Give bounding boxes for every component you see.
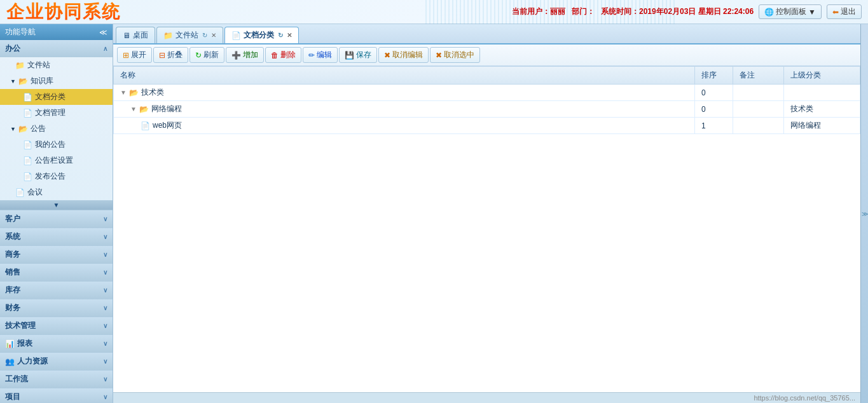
sidebar-item-doc-classify[interactable]: 📄 文档分类 [0,89,113,105]
time-label: 系统时间： [601,7,639,16]
workflow-label: 工作流 [5,374,28,385]
docclassify-tab-icon: 📄 [231,31,241,40]
refresh-label: 刷新 [203,50,219,60]
system-label: 系统 [5,231,20,242]
row2-expand-icon: ▼ [130,106,137,113]
expand-icon: ⊞ [123,51,129,60]
doc-icon3: 📄 [23,109,32,118]
sidebar-section-inventory: 库存 ∨ [0,282,113,299]
logout-button[interactable]: ⬅ 退出 [827,4,862,19]
doc-icon5: 📄 [23,156,32,165]
desktop-icon: 🖥 [123,31,130,40]
sidebar-section-header-workflow[interactable]: 工作流 ∨ [0,371,113,388]
sidebar-section-header-sales[interactable]: 销售 ∨ [0,264,113,281]
tab-docclassify[interactable]: 📄 文档分类 ↻ ✕ [224,27,299,43]
sidebar-section-header-finance[interactable]: 财务 ∨ [0,299,113,317]
sidebar: 功能导航 ≪ 办公 ∧ 📁 文件站 ▼ 📂 知识库 📄 文档分类 [0,24,113,403]
logout-icon: ⬅ [832,8,839,17]
delete-button[interactable]: 🗑 删除 [265,47,301,63]
system-chevron: ∨ [103,233,107,240]
sidebar-group-knowledge[interactable]: ▼ 📂 知识库 [0,73,113,89]
sidebar-section-report: 📊报表 ∨ [0,335,113,353]
edit-label: 编辑 [317,50,332,60]
project-chevron: ∨ [103,393,107,400]
chevron-down-icon: ▼ [808,8,816,17]
tech-label: 技术管理 [5,320,36,331]
sales-label: 销售 [5,267,20,278]
app-logo: 企业协同系统 [6,0,121,24]
doc-icon7: 📄 [15,188,25,197]
cell-parent2: 技术类 [784,101,860,118]
sidebar-section-header-system[interactable]: 系统 ∨ [0,228,113,245]
row2-name: 网络编程 [151,104,182,114]
chart-icon: 📊 [5,339,15,348]
right-collapse-button[interactable]: ≫ [860,24,868,403]
sidebar-section-header-customer[interactable]: 客户 ∨ [0,210,113,228]
sidebar-item-doc-manage[interactable]: 📄 文档管理 [0,105,113,121]
sidebar-section-header-office[interactable]: 办公 ∧ [0,40,113,57]
hr-label: 👥人力资源 [5,356,48,367]
expand-label: 展开 [131,50,146,60]
sidebar-section-system: 系统 ∨ [0,228,113,246]
toolbar: ⊞ 展开 ⊟ 折叠 ↻ 刷新 ➕ 增加 🗑 删除 ✏ 编辑 [113,44,860,66]
sidebar-section-header-inventory[interactable]: 库存 ∨ [0,282,113,299]
sidebar-header: 功能导航 ≪ [0,24,113,40]
cancel-select-icon: ✖ [436,51,442,60]
cell-parent1 [784,85,860,101]
refresh-button[interactable]: ↻ 刷新 [189,47,224,63]
sidebar-item-publish-notice[interactable]: 📄 发布公告 [0,168,113,184]
add-label: 增加 [243,50,258,60]
sidebar-section-project: 项目 ∨ [0,388,113,403]
sidebar-item-notice-settings[interactable]: 📄 公告栏设置 [0,153,113,168]
tab-filestation[interactable]: 📁 文件站 ↻ ✕ [156,27,223,43]
sidebar-item-my-notice[interactable]: 📄 我的公告 [0,137,113,153]
finance-chevron: ∨ [103,304,107,311]
status-bar: https://blog.csdn.net/qq_35765... [113,392,860,403]
table-row[interactable]: 📄 web网页 1 网络编程 [114,118,860,134]
sidebar-section-header-business[interactable]: 商务 ∨ [0,246,113,263]
tab-docclassify-refresh[interactable]: ↻ [278,32,283,39]
row1-folder-icon: 📂 [129,88,139,97]
sidebar-group-notice[interactable]: ▼ 📂 公告 [0,121,113,137]
cancel-edit-button[interactable]: ✖ 取消编辑 [378,47,429,63]
collapse-icon: ⊟ [159,51,165,60]
user-label: 当前用户： [512,7,550,16]
doc-icon2: 📄 [23,93,32,102]
add-button[interactable]: ➕ 增加 [226,47,264,63]
inventory-label: 库存 [5,285,20,296]
edit-button[interactable]: ✏ 编辑 [303,47,338,63]
tab-desktop[interactable]: 🖥 桌面 [116,27,155,43]
sidebar-section-sales: 销售 ∨ [0,264,113,282]
notice-settings-label: 公告栏设置 [35,155,73,166]
dept-label: 部门： [572,7,595,16]
report-chevron: ∨ [103,340,107,347]
tab-filestation-close[interactable]: ✕ [211,32,216,39]
scroll-down-arrow[interactable]: ▼ [0,200,113,210]
sidebar-section-header-report[interactable]: 📊报表 ∨ [0,335,113,352]
table-row[interactable]: ▼ 📂 技术类 0 [114,85,860,101]
folder-icon: 📂 [18,77,28,86]
tab-filestation-refresh[interactable]: ↻ [202,32,207,39]
business-label: 商务 [5,249,20,260]
save-button[interactable]: 💾 保存 [339,47,377,63]
tab-docclassify-close[interactable]: ✕ [287,32,292,39]
sidebar-item-filestation[interactable]: 📁 文件站 [0,57,113,73]
sidebar-section-header-tech[interactable]: 技术管理 ∨ [0,317,113,334]
cancel-select-button[interactable]: ✖ 取消选中 [430,47,480,63]
add-icon: ➕ [231,51,241,60]
table-row[interactable]: ▼ 📂 网络编程 0 技术类 [114,101,860,118]
control-panel-button[interactable]: 🌐 控制面板 ▼ [759,4,822,19]
sidebar-item-meeting[interactable]: 📄 会议 [0,184,113,200]
sidebar-section-customer: 客户 ∨ [0,210,113,228]
col-parent: 上级分类 [784,67,860,85]
sidebar-collapse-icon[interactable]: ≪ [99,28,107,37]
expand-button[interactable]: ⊞ 展开 [117,47,152,63]
sidebar-section-header-project[interactable]: 项目 ∨ [0,388,113,403]
doc-manage-label: 文档管理 [35,107,65,118]
sidebar-section-header-hr[interactable]: 👥人力资源 ∨ [0,353,113,370]
project-label: 项目 [5,392,20,402]
globe-icon: 🌐 [764,8,774,17]
datetime: 2019年02月03日 星期日 22:24:06 [639,7,754,16]
collapse-button[interactable]: ⊟ 折叠 [153,47,188,63]
refresh-icon: ↻ [195,51,202,60]
